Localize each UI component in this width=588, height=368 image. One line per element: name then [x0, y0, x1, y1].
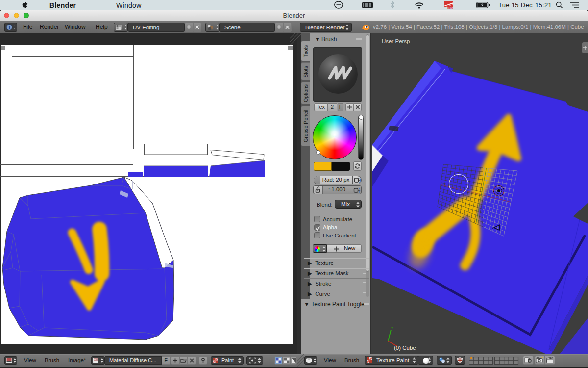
svg-text:i: i [9, 25, 10, 30]
svg-text:PRO: PRO [447, 7, 453, 9]
svg-text:y: y [391, 325, 393, 330]
